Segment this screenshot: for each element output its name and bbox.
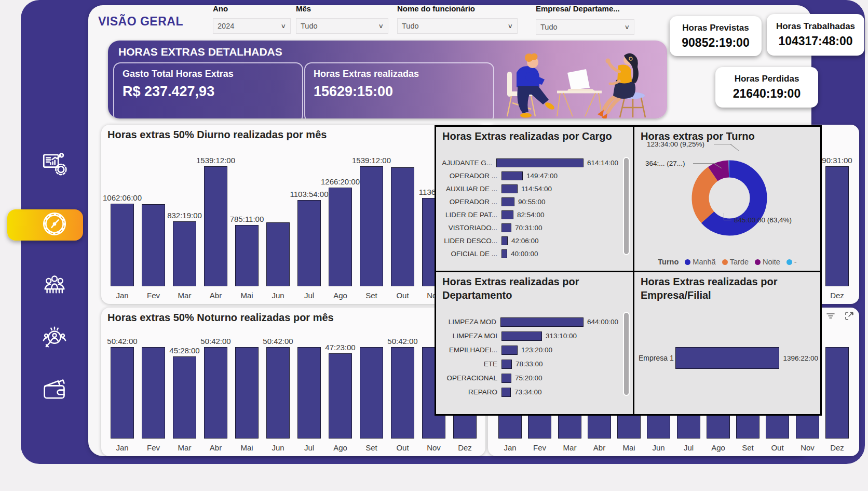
bar-Empresa 1[interactable] [675, 347, 779, 369]
legend-item-Noite[interactable]: Noite [755, 258, 780, 266]
bar-Mar[interactable] [173, 221, 196, 286]
category-label: OPERACIONAL [440, 374, 501, 382]
bar-Jan[interactable] [111, 347, 134, 439]
bar-REPARO[interactable] [501, 388, 511, 397]
filter-mes: Mês Tudo∨ [296, 4, 388, 34]
bar-Mai[interactable] [235, 347, 259, 439]
person-search-icon [40, 324, 69, 354]
legend-item-Tarde[interactable]: Tarde [722, 258, 749, 266]
bar-VISTORIADO...[interactable] [501, 223, 511, 232]
row-OPERADOR ...: OPERADOR ...90:55:00 [440, 195, 618, 208]
bar-AUXILIAR DE ...[interactable] [501, 184, 518, 193]
bar-LIMPEZA MOD[interactable] [500, 317, 584, 327]
bar-OPERADOR ...[interactable] [501, 197, 514, 206]
category-label: AJUDANTE G... [440, 159, 496, 167]
filter-funcionario-dropdown[interactable]: Tudo∨ [397, 18, 518, 34]
callout-line [730, 144, 739, 151]
bar-Abr[interactable] [204, 347, 227, 439]
legend-item-Manhã[interactable]: Manhã [685, 258, 715, 266]
sidebar-item-wallet[interactable] [40, 376, 69, 405]
bar-Set[interactable] [360, 166, 383, 286]
axis-label: Ago [703, 443, 734, 452]
category-label: OPERADOR ... [440, 172, 501, 180]
bar-Dez[interactable] [825, 347, 849, 439]
cargo-plot: AJUDANTE G...614:14:00OPERADOR ...149:47… [440, 156, 618, 267]
stat-value: 15629:15:00 [314, 84, 485, 100]
noturno-plot: 50:42:00JanFev45:28:00Mar50:42:00AbrMai5… [106, 335, 480, 452]
bar-Mai[interactable] [235, 225, 259, 286]
bar-Ago[interactable] [329, 188, 352, 286]
kpi-value: 90852:19:00 [682, 36, 749, 50]
axis-label: Dez [822, 443, 853, 452]
bar-Jun[interactable] [266, 222, 290, 286]
stat-label: Gasto Total Horas Extras [123, 69, 294, 79]
bar-Dez[interactable] [825, 166, 849, 286]
category-label: EMPILHADEI... [440, 346, 501, 354]
filter-empresa: Empresa/ Departame... Tudo∨ [536, 4, 634, 35]
category-label: LIMPEZA MOD [440, 318, 500, 326]
panel-departamento[interactable]: Horas Extras realizadas por Departamento… [435, 271, 634, 416]
bar-Jan[interactable] [111, 204, 134, 286]
bar-Fev[interactable] [142, 347, 165, 439]
bar-Set[interactable] [360, 347, 383, 439]
sidebar-item-person-search[interactable] [40, 324, 69, 353]
bar-OPERADOR ...[interactable] [501, 171, 523, 180]
sidebar-item-overview[interactable] [40, 151, 69, 180]
empresa-plot: Empresa 11396:22:00 [639, 344, 818, 375]
filter-funcionario-label: Nome do funcionário [397, 4, 518, 13]
donut-callout-manha: 845:00:00 (63,4%) [734, 216, 792, 224]
panel-cargo[interactable]: Horas Extras realizadas por Cargo AJUDAN… [435, 125, 634, 272]
filter-mes-dropdown[interactable]: Tudo∨ [296, 18, 388, 34]
bar-EMPILHADEI...[interactable] [501, 346, 518, 355]
report-chart-icon [40, 150, 69, 180]
filter-empresa-dropdown[interactable]: Tudo∨ [536, 19, 634, 35]
row-OFICIAL DE ...: OFICIAL DE ...40:00:00 [440, 247, 618, 260]
bar-LIMPEZA MOI[interactable] [501, 331, 542, 341]
axis-label: Dez [822, 291, 853, 300]
panel-empresa[interactable]: Horas Extras realizadas por Empresa/Fili… [633, 271, 822, 416]
bar-Out[interactable] [391, 347, 414, 439]
filter-funcionario: Nome do funcionário Tudo∨ [397, 4, 518, 34]
kpi-value: 21640:19:00 [733, 87, 801, 101]
bar-Out[interactable] [391, 167, 414, 286]
row-OPERACIONAL: OPERACIONAL75:20:00 [440, 371, 618, 385]
bar-Mar[interactable] [173, 356, 196, 439]
bar-Ago[interactable] [329, 353, 352, 439]
bar-data-label: 1539:12:00 [185, 156, 247, 165]
page-title: VISÃO GERAL [98, 15, 183, 29]
row-Empresa 1: Empresa 11396:22:00 [639, 344, 818, 372]
bar-Abr[interactable] [204, 166, 227, 286]
bar-ETE[interactable] [501, 360, 512, 369]
legend-item--[interactable]: - [786, 258, 797, 266]
axis-label: Jul [673, 443, 704, 452]
bar-AJUDANTE G...[interactable] [496, 158, 584, 167]
filter-lines-icon[interactable] [824, 310, 837, 322]
sidebar-item-hours[interactable] [40, 210, 69, 240]
bar-OFICIAL DE ...[interactable] [501, 249, 507, 258]
bar-OPERACIONAL[interactable] [501, 374, 511, 383]
bar-Jun[interactable] [266, 347, 290, 439]
bar-data-label: 70:31:00 [515, 224, 542, 232]
chart-title-noturno: Horas extras 50% Noturno realizadas por … [107, 312, 334, 324]
bar-Jul[interactable] [297, 347, 321, 439]
category-label: Empresa 1 [639, 354, 675, 362]
panel-turno[interactable]: Horas extras por Turno 123:34:00 (9,25%)… [633, 125, 822, 272]
bar-Jul[interactable] [297, 200, 321, 286]
focus-mode-icon[interactable] [843, 310, 856, 322]
turno-donut [685, 154, 774, 244]
kpi-label: Horas Perdidas [735, 74, 799, 84]
sidebar-item-team[interactable] [40, 270, 69, 299]
departamento-scrollbar[interactable] [623, 312, 630, 396]
bar-LIDER DE PAT...[interactable] [501, 210, 513, 219]
filter-ano: Ano 2024∨ [213, 4, 291, 34]
category-label: OFICIAL DE ... [440, 250, 501, 258]
filter-ano-value: 2024 [218, 22, 234, 30]
departamento-plot: LIMPEZA MOD644:00:00LIMPEZA MOI313:10:00… [440, 315, 618, 410]
panel-title-cargo: Horas Extras realizadas por Cargo [436, 127, 633, 143]
bar-LIDER DESCO...[interactable] [501, 236, 508, 245]
legend-dot [722, 259, 728, 265]
axis-label: Nov [792, 443, 823, 452]
donut-callout-tarde: 364:... (27...) [645, 160, 685, 167]
filter-ano-dropdown[interactable]: 2024∨ [213, 18, 291, 34]
cargo-scrollbar[interactable] [623, 157, 630, 255]
